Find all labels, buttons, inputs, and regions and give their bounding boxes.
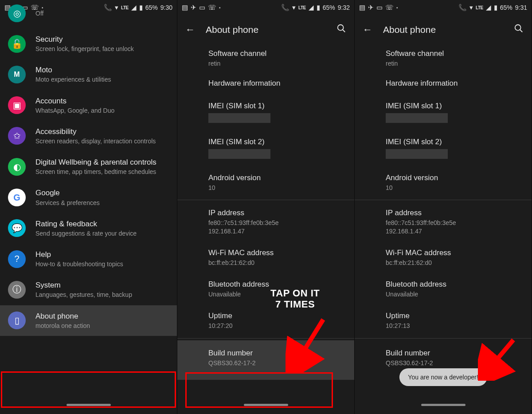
wifi-icon: ▾	[292, 4, 296, 12]
notif-icon: ▤	[182, 4, 188, 12]
screen-about-phone: ▤ ✈ ▭ ☏ • 📞 ▾ LTE ◢ ▮ 65% 9:32 ← About p…	[177, 0, 355, 414]
phone-icon: ▯	[8, 311, 26, 329]
telegram-icon: ✈	[368, 4, 374, 12]
annotation-text: TAP ON IT 7 TIMES	[270, 288, 320, 310]
moto-icon: M	[8, 66, 26, 83]
wifi-icon: ▾	[469, 4, 473, 12]
screen-settings: ▤ ✈ ▭ ☏ • 📞 ▾ LTE ◢ ▮ 65% 9:30 ◎ Off 🔓 S…	[0, 0, 177, 414]
volte-icon: 📞	[281, 4, 289, 12]
settings-item-moto[interactable]: M MotoMoto experiences & utilities	[0, 59, 177, 90]
settings-item-security[interactable]: 🔓 SecurityScreen lock, fingerprint, face…	[0, 28, 177, 59]
settings-item-wellbeing[interactable]: ◐ Digital Wellbeing & parental controlsS…	[0, 151, 177, 182]
redacted-value	[386, 149, 448, 159]
svg-line-1	[343, 30, 345, 32]
item-imei2[interactable]: IMEI (SIM slot 2)	[177, 131, 354, 167]
svg-point-0	[338, 25, 344, 31]
app-bar: ← About phone	[177, 15, 354, 44]
settings-item-accessibility[interactable]: ✩ AccessibilityScreen readers, display, …	[0, 121, 177, 151]
item-build-number[interactable]: Build number QSBS30.62-17-2	[177, 340, 354, 380]
nav-bar[interactable]	[355, 404, 532, 412]
lock-icon: 🔓	[8, 35, 26, 53]
item-hardware-info[interactable]: Hardware information	[177, 72, 354, 95]
page-title: About phone	[383, 24, 503, 35]
news-icon: ▭	[199, 4, 205, 12]
info-icon: ⓘ	[8, 281, 26, 299]
battery-percent: 65%	[323, 4, 335, 11]
settings-item-about-phone[interactable]: ▯ About phonemotorola one action	[0, 305, 177, 336]
item-bluetooth[interactable]: Bluetooth address Unavailable	[355, 273, 532, 305]
accessibility-icon: ✩	[8, 127, 26, 145]
settings-list[interactable]: ◎ Off 🔓 SecurityScreen lock, fingerprint…	[0, 0, 177, 414]
search-icon[interactable]	[336, 24, 346, 36]
signal-icon: ◢	[486, 4, 491, 12]
settings-item-rating[interactable]: 💬 Rating & feedbackSend suggestions & ra…	[0, 213, 177, 244]
battery-icon: ▮	[317, 4, 320, 12]
search-icon[interactable]	[514, 24, 524, 36]
accounts-icon: ▣	[8, 96, 26, 114]
more-icon: •	[42, 5, 43, 10]
status-bar: ▤ ✈ ▭ ☏ • 📞 ▾ LTE ◢ ▮ 65% 9:32	[177, 0, 354, 15]
item-software-channel[interactable]: Software channel retin	[177, 44, 354, 72]
wellbeing-icon: ◐	[8, 158, 26, 176]
volte-icon: 📞	[458, 4, 467, 12]
item-software-channel[interactable]: Software channel retin	[355, 44, 532, 72]
status-clock: 9:31	[515, 4, 527, 11]
item-uptime[interactable]: Uptime 10:27:20	[177, 305, 354, 336]
location-icon: ◎	[8, 4, 26, 22]
more-icon: •	[396, 5, 398, 10]
signal-icon: ◢	[309, 4, 314, 12]
item-imei1[interactable]: IMEI (SIM slot 1)	[355, 95, 532, 131]
redacted-value	[386, 113, 448, 123]
about-list[interactable]: Software channel retin Hardware informat…	[177, 44, 354, 414]
more-icon: •	[219, 5, 221, 10]
lte-label: LTE	[476, 5, 483, 10]
status-clock: 9:32	[338, 4, 350, 11]
lte-label: LTE	[298, 5, 306, 10]
notif-icon: ▤	[359, 4, 365, 12]
item-android-version[interactable]: Android version 10	[355, 167, 532, 198]
google-icon: G	[8, 189, 26, 206]
toast-developer: You are now a developer!	[399, 368, 487, 386]
whatsapp-icon: ☏	[385, 4, 394, 12]
item-bluetooth[interactable]: Bluetooth address Unavailable	[177, 273, 354, 305]
feedback-icon: 💬	[8, 219, 26, 237]
news-icon: ▭	[376, 4, 383, 12]
help-icon: ?	[8, 250, 26, 268]
settings-item-system[interactable]: ⓘ SystemLanguages, gestures, time, backu…	[0, 274, 177, 305]
item-wifi-mac[interactable]: Wi-Fi MAC address bc:ff:eb:21:62:d0	[177, 242, 354, 273]
settings-item-help[interactable]: ? HelpHow-to & troubleshooting topics	[0, 244, 177, 274]
item-wifi-mac[interactable]: Wi-Fi MAC address bc:ff:eb:21:62:d0	[355, 242, 532, 273]
back-button[interactable]: ←	[363, 24, 372, 35]
whatsapp-icon: ☏	[208, 4, 216, 12]
battery-icon: ▮	[494, 4, 497, 12]
item-ip[interactable]: IP address fe80::7c51:93ff:fe0b:3e5e 192…	[355, 202, 532, 242]
item-uptime[interactable]: Uptime 10:27:13	[355, 305, 532, 336]
redacted-value	[208, 113, 270, 123]
settings-item-location[interactable]: ◎ Off	[0, 0, 177, 28]
status-bar: ▤ ✈ ▭ ☏ • 📞 ▾ LTE ◢ ▮ 65% 9:31	[355, 0, 532, 15]
screen-about-phone-toast: ▤ ✈ ▭ ☏ • 📞 ▾ LTE ◢ ▮ 65% 9:31 ← About p…	[355, 0, 532, 414]
page-title: About phone	[206, 24, 326, 35]
about-list[interactable]: Software channel retin Hardware informat…	[355, 44, 532, 414]
settings-item-accounts[interactable]: ▣ AccountsWhatsApp, Google, and Duo	[0, 90, 177, 121]
item-ip[interactable]: IP address fe80::7c51:93ff:fe0b:3e5e 192…	[177, 202, 354, 242]
item-hardware-info[interactable]: Hardware information	[355, 72, 532, 95]
item-android-version[interactable]: Android version 10	[177, 167, 354, 198]
telegram-icon: ✈	[191, 4, 196, 12]
redacted-value	[208, 149, 270, 159]
battery-percent: 65%	[500, 4, 512, 11]
item-imei2[interactable]: IMEI (SIM slot 2)	[355, 131, 532, 167]
app-bar: ← About phone	[355, 15, 532, 44]
svg-line-5	[520, 30, 523, 32]
nav-bar[interactable]	[177, 404, 354, 412]
item-imei1[interactable]: IMEI (SIM slot 1)	[177, 95, 354, 131]
settings-item-google[interactable]: G GoogleServices & preferences	[0, 182, 177, 213]
back-button[interactable]: ←	[185, 24, 195, 35]
svg-point-4	[515, 25, 521, 31]
nav-bar[interactable]	[0, 404, 177, 412]
